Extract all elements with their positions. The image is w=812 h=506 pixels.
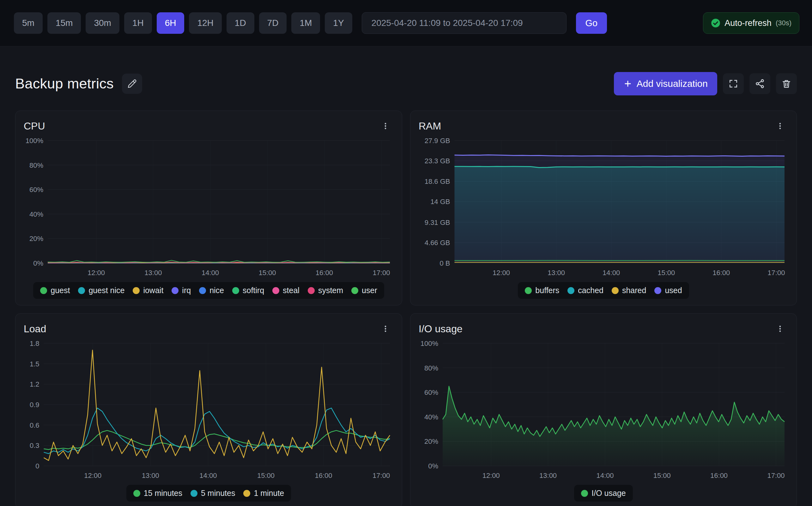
legend-item-i-o-usage[interactable]: I/O usage xyxy=(581,489,626,498)
range-button-1d[interactable]: 1D xyxy=(227,12,254,34)
check-circle-icon xyxy=(711,18,720,28)
panel-cpu: CPU 12:0013:0014:0015:0016:0017:00100%80… xyxy=(15,110,402,306)
legend-item-cached[interactable]: cached xyxy=(567,286,603,295)
auto-refresh-label: Auto-refresh xyxy=(725,18,772,28)
pencil-icon xyxy=(127,79,137,88)
page-header: Backup metrics Add visualization xyxy=(15,69,797,99)
range-button-7d[interactable]: 7D xyxy=(259,12,287,34)
legend-dot xyxy=(40,287,47,294)
range-button-5m[interactable]: 5m xyxy=(14,12,43,34)
kebab-icon xyxy=(776,122,784,130)
svg-text:15:00: 15:00 xyxy=(258,269,276,277)
legend-dot xyxy=(612,287,619,294)
add-visualization-button[interactable]: Add visualization xyxy=(614,72,717,95)
io-legend-pill: I/O usage xyxy=(574,485,633,502)
legend-item-used[interactable]: used xyxy=(654,286,682,295)
share-button[interactable] xyxy=(749,73,770,94)
legend-item-steal[interactable]: steal xyxy=(272,286,300,295)
svg-text:1.8: 1.8 xyxy=(30,340,39,347)
svg-text:4.66 GB: 4.66 GB xyxy=(425,239,450,247)
svg-text:14:00: 14:00 xyxy=(602,269,620,277)
legend-dot xyxy=(133,490,140,497)
legend-label: I/O usage xyxy=(591,489,626,498)
svg-text:17:00: 17:00 xyxy=(767,472,785,480)
legend-item-shared[interactable]: shared xyxy=(612,286,646,295)
legend-item-system[interactable]: system xyxy=(308,286,343,295)
svg-text:17:00: 17:00 xyxy=(767,269,785,277)
legend-item-user[interactable]: user xyxy=(351,286,377,295)
svg-text:13:00: 13:00 xyxy=(548,269,565,277)
legend-item-buffers[interactable]: buffers xyxy=(525,286,559,295)
trash-icon xyxy=(781,79,792,89)
svg-text:13:00: 13:00 xyxy=(539,472,557,480)
legend-dot xyxy=(581,490,588,497)
panel-menu-button[interactable] xyxy=(377,118,394,134)
legend-label: shared xyxy=(622,286,646,295)
legend-label: softirq xyxy=(243,286,264,295)
range-button-12h[interactable]: 12H xyxy=(189,12,222,34)
svg-text:0.9: 0.9 xyxy=(30,401,39,409)
range-button-30m[interactable]: 30m xyxy=(86,12,119,34)
legend-item-15-minutes[interactable]: 15 minutes xyxy=(133,489,182,498)
panels-grid: CPU 12:0013:0014:0015:0016:0017:00100%80… xyxy=(15,110,797,506)
range-button-1m[interactable]: 1M xyxy=(291,12,320,34)
legend-item-irq[interactable]: irq xyxy=(172,286,191,295)
legend-label: steal xyxy=(283,286,300,295)
legend-dot xyxy=(172,287,178,294)
fullscreen-icon xyxy=(728,79,738,89)
io-chart: 12:0013:0014:0015:0016:0017:00100%80%60%… xyxy=(419,338,788,482)
auto-refresh-interval: (30s) xyxy=(776,19,792,27)
svg-text:100%: 100% xyxy=(420,340,438,347)
edit-title-button[interactable] xyxy=(122,74,142,94)
svg-text:0: 0 xyxy=(35,462,39,470)
header-actions: Add visualization xyxy=(614,72,797,95)
date-range-input[interactable]: 2025-04-20 11:09 to 2025-04-20 17:09 xyxy=(362,12,567,34)
svg-text:12:00: 12:00 xyxy=(84,472,101,480)
legend-item-softirq[interactable]: softirq xyxy=(232,286,264,295)
delete-button[interactable] xyxy=(776,73,797,94)
svg-text:14:00: 14:00 xyxy=(596,472,614,480)
legend-item-guest[interactable]: guest xyxy=(40,286,70,295)
legend-label: buffers xyxy=(535,286,559,295)
panel-load-header: Load xyxy=(24,320,394,338)
legend-label: used xyxy=(665,286,682,295)
legend-item-5-minutes[interactable]: 5 minutes xyxy=(190,489,235,498)
legend-dot xyxy=(654,287,661,294)
range-button-15m[interactable]: 15m xyxy=(48,12,81,34)
svg-text:60%: 60% xyxy=(29,186,43,194)
svg-text:20%: 20% xyxy=(29,235,43,243)
range-button-1h[interactable]: 1H xyxy=(124,12,152,34)
svg-text:40%: 40% xyxy=(29,210,43,218)
fullscreen-button[interactable] xyxy=(723,73,744,94)
panel-cpu-header: CPU xyxy=(24,117,394,135)
svg-text:40%: 40% xyxy=(424,413,438,421)
legend-dot xyxy=(243,490,250,497)
load-legend: 15 minutes5 minutes1 minute xyxy=(24,485,394,502)
cpu-legend-pill: guestguest niceiowaitirqnicesoftirqsteal… xyxy=(33,282,384,299)
range-button-1y[interactable]: 1Y xyxy=(325,12,352,34)
auto-refresh-toggle[interactable]: Auto-refresh (30s) xyxy=(703,12,799,34)
go-button[interactable]: Go xyxy=(576,12,607,34)
legend-item-iowait[interactable]: iowait xyxy=(133,286,163,295)
range-button-6h[interactable]: 6H xyxy=(157,12,184,34)
svg-text:15:00: 15:00 xyxy=(657,269,675,277)
svg-text:0.6: 0.6 xyxy=(30,421,39,429)
legend-label: 15 minutes xyxy=(144,489,182,498)
panel-load: Load 12:0013:0014:0015:0016:0017:001.81.… xyxy=(15,313,402,506)
legend-item-guest-nice[interactable]: guest nice xyxy=(78,286,125,295)
panel-menu-button[interactable] xyxy=(772,118,788,134)
svg-text:0.3: 0.3 xyxy=(30,441,39,449)
ram-legend-pill: bufferscachedsharedused xyxy=(518,282,689,299)
panel-ram: RAM 12:0013:0014:0015:0016:0017:0027.9 G… xyxy=(410,110,797,306)
legend-label: 1 minute xyxy=(254,489,284,498)
share-icon xyxy=(755,79,765,89)
legend-item-1-minute[interactable]: 1 minute xyxy=(243,489,284,498)
panel-menu-button[interactable] xyxy=(772,321,788,337)
dashboard-content: Backup metrics Add visualization xyxy=(0,47,812,506)
legend-dot xyxy=(272,287,279,294)
panel-menu-button[interactable] xyxy=(377,321,394,337)
legend-item-nice[interactable]: nice xyxy=(199,286,224,295)
legend-label: cached xyxy=(578,286,603,295)
svg-text:80%: 80% xyxy=(424,364,438,372)
legend-label: irq xyxy=(182,286,191,295)
